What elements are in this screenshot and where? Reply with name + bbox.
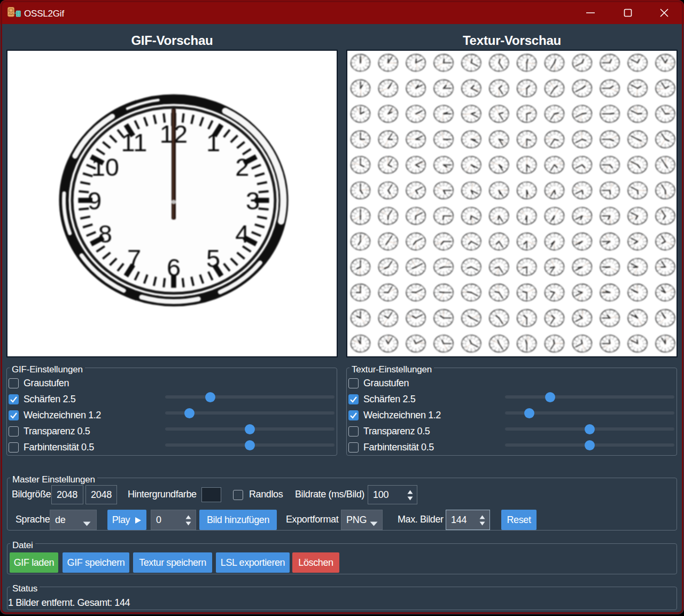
svg-text:3: 3 (246, 186, 260, 215)
svg-text:5: 5 (206, 244, 220, 272)
svg-text:11: 11 (121, 128, 147, 157)
svg-text:6: 6 (167, 253, 181, 282)
svg-text:10: 10 (91, 153, 119, 181)
svg-text:9: 9 (88, 186, 102, 215)
svg-text:4: 4 (235, 220, 249, 248)
svg-text:2: 2 (235, 153, 249, 181)
svg-text:1: 1 (206, 128, 220, 157)
svg-text:8: 8 (98, 220, 112, 248)
svg-text:7: 7 (127, 244, 141, 272)
